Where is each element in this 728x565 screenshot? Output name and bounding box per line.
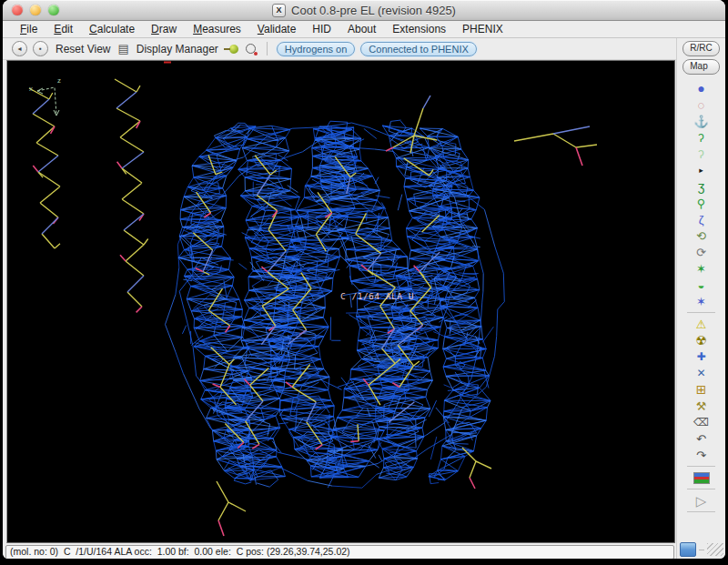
redo-icon[interactable]: ↷ bbox=[677, 447, 725, 463]
flag-icon[interactable] bbox=[677, 469, 725, 486]
menu-item-extensions[interactable]: Extensions bbox=[384, 23, 454, 35]
menu-item-file[interactable]: File bbox=[12, 23, 46, 35]
window-title: Coot 0.8-pre EL (revision 4925) bbox=[291, 4, 456, 17]
menu-bar: FileEditCalculateDrawMeasuresValidateHID… bbox=[3, 21, 725, 38]
r-rc-button[interactable]: R/RC bbox=[682, 41, 719, 56]
radiation-icon[interactable]: ☢ bbox=[677, 332, 725, 348]
menu-item-phenix[interactable]: PHENIX bbox=[454, 23, 511, 35]
menu-item-calculate[interactable]: Calculate bbox=[81, 23, 143, 35]
sidebar-separator bbox=[687, 511, 716, 512]
svg-text:x: x bbox=[29, 85, 33, 93]
atom-figure-icon[interactable] bbox=[246, 44, 256, 54]
delete-item-icon[interactable]: ⌫ bbox=[677, 414, 725, 430]
toolbar-separator bbox=[267, 42, 268, 55]
chi-angles-icon[interactable]: ⟳ bbox=[677, 244, 725, 260]
right-toolbar: R/RCMap ●◌⚓ʔʔ▸ʒ⚲ζ⟲⟳✶◒✶⚠☢✚✕⊞⚒⌫↶↷▷ bbox=[676, 38, 725, 559]
scroll-thumb[interactable] bbox=[680, 542, 696, 557]
stop-circle-button[interactable]: ▪ bbox=[33, 41, 48, 56]
reset-view-button[interactable]: Reset View bbox=[54, 43, 112, 55]
menu-item-about[interactable]: About bbox=[339, 23, 384, 35]
anchor-icon[interactable]: ⚓ bbox=[677, 113, 725, 129]
rotate-zone-icon[interactable]: ʔ bbox=[677, 146, 725, 162]
3d-viewport[interactable]: xzC /1/64 ALA U bbox=[6, 60, 675, 543]
menu-item-edit[interactable]: Edit bbox=[46, 23, 81, 35]
title-bar: X Coot 0.8-pre EL (revision 4925) bbox=[3, 0, 725, 21]
menu-item-measures[interactable]: Measures bbox=[185, 23, 249, 35]
mutate-icon[interactable]: ✕ bbox=[677, 365, 725, 381]
sidebar-separator bbox=[687, 489, 716, 489]
status-text: (mol. no: 0) C /1/U/164 ALA occ: 1.00 bf… bbox=[5, 545, 674, 560]
undo-icon[interactable]: ↶ bbox=[677, 430, 725, 447]
hydrogens-toggle-button[interactable]: Hydrogens on bbox=[277, 42, 356, 56]
play-expander-icon[interactable]: ▷ bbox=[677, 492, 725, 509]
sidebar-separator bbox=[687, 312, 716, 313]
go-to-atom-icon[interactable] bbox=[229, 45, 238, 54]
status-bar: (mol. no: 0) C /1/U/164 ALA occ: 1.00 bf… bbox=[3, 543, 676, 559]
display-manager-icon: ▤ bbox=[117, 43, 128, 55]
back-circle-button[interactable]: ◂ bbox=[12, 41, 27, 56]
window-resize-grip[interactable] bbox=[707, 543, 723, 556]
rotamer-icon[interactable]: ⟲ bbox=[677, 227, 725, 244]
sphere-icon[interactable]: ● bbox=[677, 80, 725, 96]
x11-app-icon: X bbox=[272, 4, 286, 17]
side-chain-flip-icon[interactable]: ◒ bbox=[677, 277, 725, 293]
warning-balls-icon[interactable]: ⚠ bbox=[677, 316, 725, 332]
menu-item-validate[interactable]: Validate bbox=[249, 23, 305, 35]
menu-item-draw[interactable]: Draw bbox=[143, 23, 185, 35]
main-toolbar: ◂ ▪ Reset View ▤ Display Manager Hydroge… bbox=[3, 38, 676, 60]
phenix-connection-button[interactable]: Connected to PHENIX bbox=[360, 42, 476, 56]
add-terminal-residue-icon[interactable]: ✚ bbox=[677, 348, 725, 365]
sidebar-divider bbox=[699, 550, 704, 550]
svg-text:z: z bbox=[57, 76, 61, 85]
display-manager-button[interactable]: Display Manager bbox=[135, 43, 220, 55]
map-button[interactable]: Map bbox=[682, 59, 719, 75]
rotate-translate-zone-icon[interactable]: ʔ bbox=[677, 129, 725, 146]
ribbon-icon[interactable]: ʒ bbox=[677, 178, 725, 195]
add-atom-icon[interactable]: ⊞ bbox=[677, 381, 725, 398]
dotted-circle-icon[interactable]: ◌ bbox=[677, 96, 725, 113]
menu-item-hid[interactable]: HID bbox=[304, 23, 339, 35]
pinwheel-icon[interactable]: ✶ bbox=[677, 260, 725, 277]
magnifier-icon[interactable]: ⚲ bbox=[677, 195, 725, 211]
blue-squiggle-icon[interactable]: ζ bbox=[677, 211, 725, 227]
residue-label: C /1/64 ALA U bbox=[340, 291, 414, 301]
sidebar-separator bbox=[687, 466, 716, 467]
app-window: X Coot 0.8-pre EL (revision 4925) FileEd… bbox=[3, 0, 725, 559]
expander-triangle-icon[interactable]: ▸ bbox=[677, 162, 725, 178]
blue-pinwheel-icon[interactable]: ✶ bbox=[677, 293, 725, 309]
brush-icon[interactable]: ⚒ bbox=[677, 398, 725, 414]
